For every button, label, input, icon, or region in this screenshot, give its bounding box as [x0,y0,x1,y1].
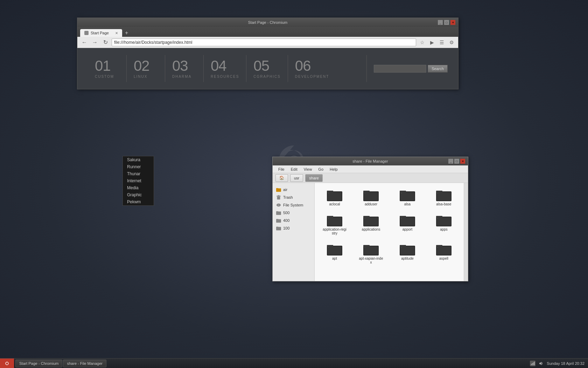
fm-menu-go[interactable]: Go [315,166,326,172]
fm-sidebar-400[interactable]: 400 [273,217,314,224]
context-menu-item-graphic[interactable]: Graphic [123,191,154,198]
fm-file-label-aclocal: aclocal [329,202,340,206]
nav-number-02: 02 [134,59,158,73]
context-menu-item-sakura[interactable]: Sakura [123,156,154,163]
reload-button[interactable]: ↻ [101,38,110,47]
tray-icon-sound[interactable] [538,361,544,366]
nav-section-04[interactable]: 04 RESOURCES [203,55,246,82]
fm-file-apport[interactable]: apport [391,212,424,237]
fm-file-apt-xapian-index[interactable]: apt-xapian-index [355,241,387,266]
search-button[interactable]: Search [428,65,448,73]
folder-100-icon [276,226,281,231]
tray-icon-network[interactable] [530,361,536,366]
fm-breadcrumb-share[interactable]: share [305,174,323,182]
fm-breadcrumb-usr[interactable]: usr [290,174,303,182]
fm-menu-help[interactable]: Help [327,166,341,172]
fm-sidebar-label-filesystem: File System [283,203,303,207]
nav-label-02: LINUX [134,75,158,79]
taskbar-item-browser[interactable]: Start Page - Chromium [15,360,62,367]
menu-button[interactable]: ⚙ [448,39,455,46]
context-menu-item-runner[interactable]: Runner [123,163,154,170]
bookmark-button[interactable]: ☆ [418,39,426,46]
fm-menu-view[interactable]: View [301,166,315,172]
fm-sidebar-trash[interactable]: Trash [273,193,314,201]
svg-point-6 [278,204,279,206]
nav-section-06[interactable]: 06 DEVELOPMENT [288,55,336,82]
fm-file-apt[interactable]: apt [318,241,351,266]
taskbar-item-filemanager[interactable]: share - File Manager [63,360,106,367]
new-tab-button[interactable]: + [122,29,131,37]
fm-file-label-apps: apps [440,227,448,231]
close-button[interactable]: ✕ [450,20,455,25]
search-input[interactable] [374,65,426,73]
fm-sidebar-air[interactable]: air [273,186,314,193]
folder-icon-aclocal [327,189,342,201]
fm-breadcrumb-home[interactable]: 🏠 [275,174,288,182]
file-manager-window: share - File Manager _ □ ✕ File Edit Vie… [272,157,468,281]
svg-rect-8 [276,211,278,212]
context-menu-item-media[interactable]: Media [123,184,154,191]
fm-menu-file[interactable]: File [275,166,287,172]
fm-files-area: aclocal adduser alsa [315,183,464,281]
fm-sidebar-filesystem[interactable]: File System [273,201,314,209]
fm-maximize-button[interactable]: □ [454,159,459,164]
fm-file-aptitude[interactable]: aptitude [391,241,424,266]
fm-file-application-registry[interactable]: application-registry [318,212,351,237]
tab-close-button[interactable]: ✕ [115,31,118,35]
context-menu-item-pekwm[interactable]: Pekwm [123,198,154,205]
svg-rect-1 [276,188,278,189]
svg-rect-63 [531,364,532,365]
fm-file-aclocal[interactable]: aclocal [318,186,351,208]
fm-file-applications[interactable]: applications [355,212,387,237]
drive-icon [276,203,281,207]
tab-label: Start Page [91,31,109,35]
sound-icon [539,361,544,366]
svg-rect-59 [437,246,451,255]
forward-button[interactable]: → [91,38,99,47]
fm-menu-edit[interactable]: Edit [288,166,300,172]
fm-scrollbar[interactable] [464,183,468,281]
nav-section-05[interactable]: 05 CGRAPHICS [246,55,287,82]
address-bar[interactable] [112,39,416,46]
folder-icon-adduser [363,189,379,201]
minimize-button[interactable]: _ [438,20,443,25]
context-menu-item-internet[interactable]: Internet [123,177,154,184]
tab-favicon [84,31,89,35]
fm-body: air Trash File System 500 400 [273,183,468,281]
svg-rect-64 [532,363,533,365]
browser-tabbar: Start Page ✕ + [77,27,458,37]
maximize-button[interactable]: □ [444,20,449,25]
back-button[interactable]: ← [80,38,89,47]
fm-file-aspell[interactable]: aspell [427,241,460,266]
cast-button[interactable]: ▶ [428,39,436,46]
context-menu-item-thunar[interactable]: Thunar [123,170,154,177]
taskbar: Start Page - Chromium share - File Manag… [0,358,588,368]
svg-rect-3 [276,196,281,197]
svg-rect-27 [437,192,451,200]
nav-number-06: 06 [295,59,329,73]
fm-close-button[interactable]: ✕ [460,159,465,164]
fm-file-alsa[interactable]: alsa [391,186,424,208]
fm-window-controls: _ □ ✕ [448,159,465,164]
fm-file-adduser[interactable]: adduser [355,186,387,208]
folder-icon-alsa-base [436,189,451,201]
fm-sidebar-500[interactable]: 500 [273,209,314,217]
nav-section-02[interactable]: 02 LINUX [126,55,165,82]
fm-file-apps[interactable]: apps [427,212,460,237]
nav-section-03[interactable]: 03 DHARMA [165,55,203,82]
fm-minimize-button[interactable]: _ [448,159,453,164]
fm-file-label-alsa: alsa [404,202,411,206]
fm-file-label-adduser: adduser [365,202,377,206]
folder-icon-apt [327,243,342,255]
fm-sidebar-label-400: 400 [283,218,289,223]
fm-toolbar: 🏠 usr share [273,173,468,183]
folder-icon-apps [436,214,451,226]
nav-section-01[interactable]: 01 CUSTOM [88,55,126,82]
taskbar-start-button[interactable] [0,359,14,368]
fm-sidebar-label-500: 500 [283,211,289,215]
fm-sidebar-100[interactable]: 100 [273,224,314,232]
fm-file-alsa-base[interactable]: alsa-base [427,186,460,208]
svg-rect-39 [400,217,414,226]
profile-button[interactable]: ☰ [438,39,446,46]
browser-tab[interactable]: Start Page ✕ [80,29,122,37]
